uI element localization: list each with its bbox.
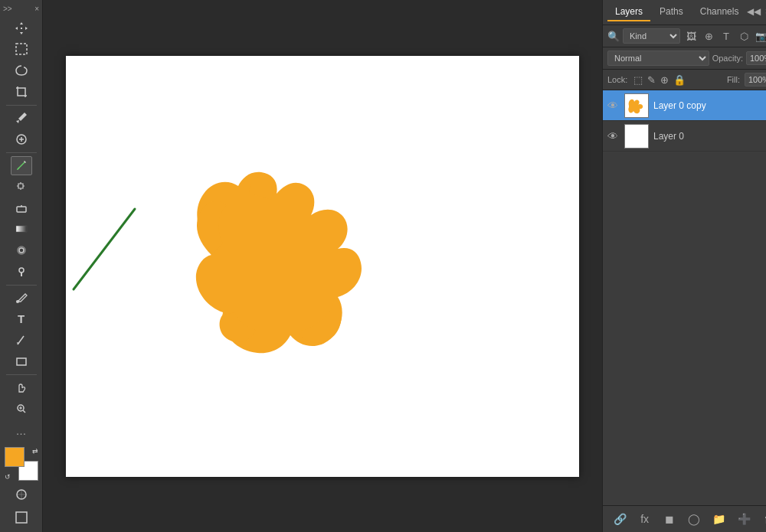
panel-tabs: Layers Paths Channels xyxy=(607,3,746,21)
svg-rect-2 xyxy=(17,207,26,212)
right-panel: Layers Paths Channels ◀◀ × ≡ 🔍 Kind Name… xyxy=(602,0,766,532)
layer-0-thumbnail xyxy=(624,124,649,149)
layers-filter-bar: 🔍 Kind Name Effect Mode Attribute Color … xyxy=(603,25,766,47)
filter-type-icon[interactable]: T xyxy=(719,28,734,44)
shape-tool[interactable] xyxy=(11,351,32,371)
layer-0-copy-thumb-svg xyxy=(625,94,648,117)
svg-point-7 xyxy=(16,300,19,303)
new-layer-btn[interactable]: ➕ xyxy=(735,511,752,527)
svg-point-5 xyxy=(19,248,24,253)
type-tool[interactable]: T xyxy=(11,309,32,329)
main-area xyxy=(43,0,602,532)
filter-search-icon: 🔍 xyxy=(607,31,620,42)
toolbar-expand-icon[interactable]: >> xyxy=(3,5,12,13)
lock-label: Lock: xyxy=(607,75,627,84)
color-swatches: ⇄ ↺ xyxy=(5,447,38,481)
hand-shape xyxy=(150,117,403,400)
clone-tool[interactable] xyxy=(11,177,32,197)
fill-label: Fill: xyxy=(727,75,740,84)
layer-group-btn[interactable]: 📁 xyxy=(711,511,728,527)
adjustment-layer-btn[interactable]: ◯ xyxy=(686,511,702,527)
toolbar-close-icon[interactable]: × xyxy=(34,5,39,13)
layer-0-name: Layer 0 xyxy=(653,131,766,142)
move-tool[interactable] xyxy=(11,18,32,38)
svg-rect-12 xyxy=(16,512,27,523)
filter-shape-icon[interactable]: ⬡ xyxy=(736,28,751,44)
lock-row: Lock: ⬚ ✎ ⊕ 🔒 Fill: ▾ xyxy=(603,70,766,90)
filter-adjust-icon[interactable]: ⊕ xyxy=(701,28,716,44)
screen-mode-btn[interactable] xyxy=(11,507,32,528)
separator-3 xyxy=(6,285,37,286)
panel-header-icons: ◀◀ × ≡ xyxy=(747,6,766,18)
blend-opacity-row: Normal Multiply Screen Overlay Dissolve … xyxy=(603,47,766,70)
swap-colors-icon[interactable]: ⇄ xyxy=(32,447,38,455)
blend-mode-select[interactable]: Normal Multiply Screen Overlay Dissolve xyxy=(607,51,709,66)
svg-rect-0 xyxy=(16,44,27,54)
gradient-tool[interactable] xyxy=(11,220,32,240)
lasso-tool[interactable] xyxy=(11,60,32,80)
lock-position-icon[interactable]: ⊕ xyxy=(660,74,669,86)
layers-list: 👁 Layer 0 copy 👁 Layer 0 xyxy=(603,90,766,505)
eraser-tool[interactable] xyxy=(11,198,32,218)
more-tools-btn[interactable]: … xyxy=(11,420,32,442)
layer-item-0[interactable]: 👁 Layer 0 xyxy=(603,121,766,152)
tab-layers[interactable]: Layers xyxy=(607,3,650,21)
separator-1 xyxy=(6,105,37,106)
canvas[interactable] xyxy=(66,56,579,477)
hand-tool[interactable] xyxy=(11,378,32,398)
zoom-tool[interactable] xyxy=(11,399,32,419)
filter-type-icons: 🖼 ⊕ T ⬡ 📷 xyxy=(683,28,766,44)
filter-smart-icon[interactable]: 📷 xyxy=(754,28,766,44)
layer-0-thumb-white xyxy=(625,125,648,148)
collapse-panel-icon[interactable]: ◀◀ xyxy=(747,6,761,18)
quick-mask-btn[interactable] xyxy=(11,484,32,505)
path-select-tool[interactable] xyxy=(11,331,32,351)
toolbar-extras: … ⇄ ↺ xyxy=(5,419,38,532)
spot-heal-tool[interactable] xyxy=(11,129,32,149)
svg-rect-9 xyxy=(17,358,26,365)
layer-styles-btn[interactable]: fx xyxy=(637,511,653,527)
layer-mask-btn[interactable]: ◼ xyxy=(661,511,678,527)
layer-0-copy-visibility-icon[interactable]: 👁 xyxy=(607,100,620,112)
reset-colors-icon[interactable]: ↺ xyxy=(5,473,11,481)
link-layers-btn[interactable]: 🔗 xyxy=(611,511,628,527)
crop-tool[interactable] xyxy=(11,82,32,102)
pen-tool[interactable] xyxy=(11,288,32,308)
panel-footer: 🔗 fx ◼ ◯ 📁 ➕ 🗑 xyxy=(603,505,766,532)
tab-paths[interactable]: Paths xyxy=(652,3,691,21)
layer-0-copy-name: Layer 0 copy xyxy=(653,100,766,111)
lock-transparency-icon[interactable]: ⬚ xyxy=(633,74,643,86)
layer-item-0-copy[interactable]: 👁 Layer 0 copy xyxy=(603,90,766,121)
tab-channels[interactable]: Channels xyxy=(692,3,747,21)
filter-kind-select[interactable]: Kind Name Effect Mode Attribute Color xyxy=(623,28,680,44)
left-toolbar: >> × xyxy=(0,0,43,532)
separator-4 xyxy=(6,374,37,375)
svg-rect-3 xyxy=(16,226,27,232)
eyedropper-tool[interactable] xyxy=(11,108,32,128)
layer-0-visibility-icon[interactable]: 👁 xyxy=(607,130,620,142)
panel-header: Layers Paths Channels ◀◀ × ≡ xyxy=(603,0,766,25)
marquee-tool[interactable] xyxy=(11,40,32,60)
brush-stroke xyxy=(58,205,165,301)
opacity-input[interactable] xyxy=(746,51,766,65)
toolbar-header: >> × xyxy=(0,3,42,15)
opacity-label: Opacity: xyxy=(712,54,743,63)
filter-pixel-icon[interactable]: 🖼 xyxy=(683,28,699,44)
brush-tool[interactable] xyxy=(11,156,32,176)
fill-input[interactable] xyxy=(745,73,766,86)
blur-tool[interactable] xyxy=(11,240,32,260)
svg-point-6 xyxy=(19,268,24,273)
layer-0-copy-thumbnail xyxy=(624,93,649,118)
delete-layer-btn[interactable]: 🗑 xyxy=(761,511,766,527)
lock-all-icon[interactable]: 🔒 xyxy=(673,74,686,86)
canvas-container[interactable] xyxy=(43,0,602,532)
separator-2 xyxy=(6,152,37,153)
foreground-color[interactable] xyxy=(5,447,25,467)
dodge-tool[interactable] xyxy=(11,262,32,282)
lock-image-icon[interactable]: ✎ xyxy=(647,74,656,86)
